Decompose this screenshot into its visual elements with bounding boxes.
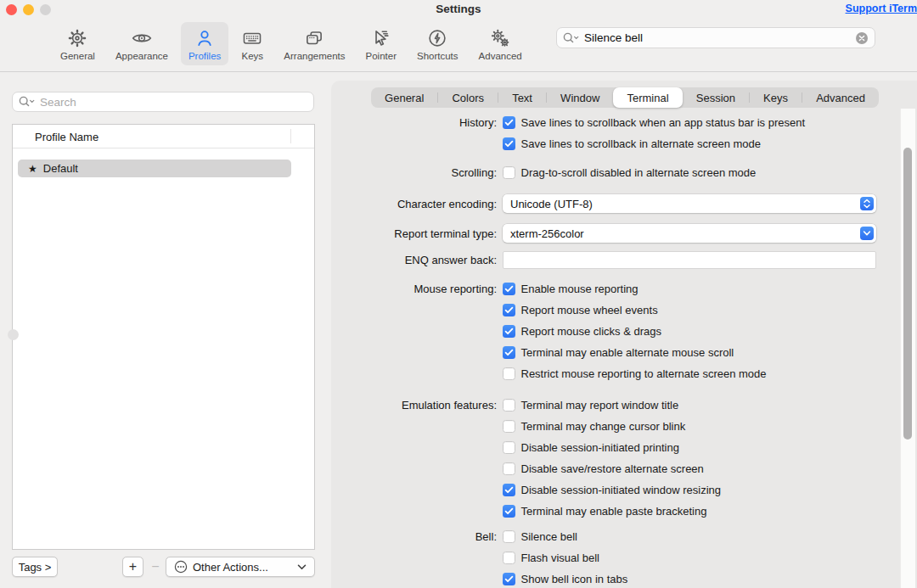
field-label-scrolling: Scrolling: (331, 162, 497, 183)
checkbox[interactable] (503, 530, 515, 543)
checkbox[interactable] (503, 166, 515, 179)
checkbox-row: Disable session-initiated window resizin… (503, 479, 876, 501)
chevron-down-icon (297, 564, 307, 570)
add-profile-button[interactable]: + (122, 557, 143, 577)
emulation-features-controls: Terminal may report window titleTerminal… (503, 395, 876, 522)
tab-advanced[interactable]: Advanced (802, 87, 879, 108)
checkbox-label: Terminal may enable alternate mouse scro… (521, 346, 734, 359)
checkbox-row: Restrict mouse reporting to alternate sc… (503, 363, 876, 384)
profile-row-default[interactable]: ★Default (18, 160, 291, 177)
profile-search-field[interactable]: Search (12, 92, 314, 112)
checkbox-row: Enable mouse reporting (503, 278, 876, 300)
toolbar-item-keys[interactable]: Keys (233, 22, 271, 65)
checkbox[interactable] (503, 420, 515, 433)
tags-button[interactable]: Tags > (12, 557, 58, 577)
checkbox-label: Restrict mouse reporting to alternate sc… (521, 367, 767, 380)
character-encoding-popup[interactable]: Unicode (UTF-8) (503, 194, 876, 213)
support-link[interactable]: Support iTerm2 (846, 3, 917, 14)
clear-search-button[interactable] (855, 31, 869, 45)
scrollbar-thumb[interactable] (903, 148, 912, 440)
checkbox[interactable] (503, 367, 515, 380)
checkbox-row: Terminal may enable alternate mouse scro… (503, 342, 876, 363)
history-controls: Save lines to scrollback when an app sta… (503, 112, 876, 154)
tab-colors[interactable]: Colors (438, 87, 498, 108)
toolbar-search-field[interactable]: Silence bell (556, 27, 875, 48)
toolbar-item-advanced[interactable]: Advanced (471, 22, 530, 65)
star-icon: ★ (28, 164, 37, 174)
checkbox[interactable] (503, 484, 515, 496)
checkbox-row: Terminal may enable paste bracketing (503, 501, 876, 522)
checkbox-row: Terminal may report window title (503, 395, 876, 416)
checkbox-label: Report mouse clicks & drags (521, 325, 661, 338)
scrollbar-track[interactable] (900, 109, 915, 588)
character-encoding-value: Unicode (UTF-8) (510, 198, 593, 210)
profile-list-header[interactable]: Profile Name (13, 125, 314, 148)
checkbox[interactable] (503, 346, 515, 359)
checkbox-label: Report mouse wheel events (521, 304, 658, 316)
tab-terminal[interactable]: Terminal (613, 87, 682, 108)
tab-general[interactable]: General (371, 87, 437, 108)
scrolling-controls: Drag-to-scroll disabled in alternate scr… (503, 162, 876, 183)
tab-text[interactable]: Text (498, 87, 546, 108)
toolbar-item-profiles[interactable]: Profiles (181, 22, 228, 65)
toolbar-item-pointer[interactable]: Pointer (358, 22, 404, 65)
toolbar-items: GeneralAppearanceProfilesKeysArrangement… (53, 22, 530, 65)
search-icon (19, 96, 35, 108)
remove-profile-button[interactable]: − (146, 557, 165, 577)
gear-icon (66, 26, 88, 49)
report-terminal-type-combobox[interactable]: xterm-256color (503, 224, 876, 243)
checkbox-row: Drag-to-scroll disabled in alternate scr… (503, 162, 876, 183)
checkbox[interactable] (503, 462, 515, 475)
tab-keys[interactable]: Keys (750, 87, 802, 108)
enq-answer-back-field[interactable] (503, 251, 876, 269)
other-actions-dropdown[interactable]: Other Actions... (166, 557, 315, 577)
checkbox-label: Drag-to-scroll disabled in alternate scr… (521, 166, 757, 179)
titlebar: Settings Support iTerm2 (0, 0, 917, 20)
toolbar-item-shortcuts[interactable]: Shortcuts (409, 22, 466, 65)
checkbox-label: Terminal may enable paste bracketing (521, 505, 707, 518)
checkbox[interactable] (503, 573, 515, 585)
toolbar-item-appearance[interactable]: Appearance (108, 22, 176, 65)
gears-icon (489, 26, 511, 49)
checkbox[interactable] (503, 505, 515, 518)
updown-chevron-icon (863, 199, 871, 209)
mouse-reporting-controls: Enable mouse reportingReport mouse wheel… (503, 278, 876, 384)
profile-name: Default (43, 162, 78, 175)
checkbox[interactable] (503, 325, 515, 338)
character-encoding-button[interactable] (860, 197, 874, 210)
tab-window[interactable]: Window (547, 87, 613, 108)
checkbox-row: Save lines to scrollback when an app sta… (503, 112, 876, 133)
profile-list: Profile Name ★Default (12, 124, 315, 550)
toolbar-item-label: Shortcuts (417, 51, 458, 61)
report-terminal-type-value: xterm-256color (510, 227, 584, 240)
tab-session[interactable]: Session (683, 87, 749, 108)
field-label-enq-answer-back: ENQ answer back: (331, 249, 497, 271)
checkbox-row: Report mouse clicks & drags (503, 321, 876, 342)
checkbox[interactable] (503, 116, 515, 129)
checkbox[interactable] (503, 552, 515, 564)
search-icon (563, 32, 579, 44)
checkbox-row: Flash visual bell (503, 547, 876, 568)
toolbar-item-label: Appearance (115, 51, 168, 61)
checkbox-label: Silence bell (521, 530, 578, 543)
checkbox[interactable] (503, 399, 515, 412)
checkbox[interactable] (503, 283, 515, 295)
profile-search-placeholder: Search (40, 96, 76, 109)
checkbox[interactable] (503, 304, 515, 316)
character-encoding-controls: Unicode (UTF-8) (503, 193, 876, 213)
column-separator (290, 129, 291, 143)
toolbar-item-general[interactable]: General (53, 22, 103, 65)
toolbar-item-label: General (60, 51, 95, 61)
checkbox[interactable] (503, 137, 515, 150)
field-label-emulation-features: Emulation features: (331, 395, 497, 416)
report-terminal-type-button[interactable] (860, 227, 874, 240)
splitter-handle-dot (8, 329, 19, 340)
checkbox[interactable] (503, 441, 515, 454)
checkbox-label: Disable save/restore alternate screen (521, 462, 704, 475)
field-label-history: History: (331, 112, 497, 133)
enq-answer-back-controls (503, 249, 876, 269)
checkbox-row: Silence bell (503, 526, 876, 547)
toolbar-search-value: Silence bell (584, 31, 850, 44)
checkbox-label: Enable mouse reporting (521, 283, 639, 295)
toolbar-item-arrangements[interactable]: Arrangements (276, 22, 352, 65)
